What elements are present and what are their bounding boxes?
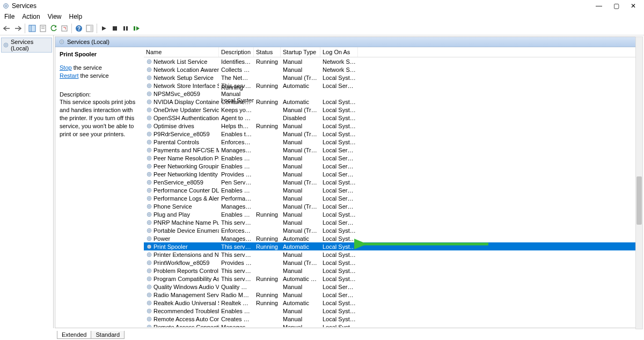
service-row[interactable]: PenService_e8059Pen ServiceManual (Trigg… bbox=[144, 178, 641, 186]
show-hide-tree-button[interactable] bbox=[27, 24, 37, 33]
service-row[interactable]: Print SpoolerThis service ..RunningAutom… bbox=[144, 242, 641, 250]
forward-button[interactable] bbox=[13, 24, 23, 33]
col-header-name[interactable]: Name bbox=[144, 47, 219, 57]
service-row[interactable]: Peer Networking GroupingEnables mul..Man… bbox=[144, 162, 641, 170]
col-header-startup[interactable]: Startup Type bbox=[281, 47, 320, 57]
maximize-button[interactable]: ▢ bbox=[608, 0, 625, 12]
service-row[interactable]: NPSMSvc_e8059RunningManualLocal System bbox=[144, 90, 641, 98]
minimize-button[interactable]: — bbox=[590, 0, 608, 12]
cell-description: Enforces par.. bbox=[219, 139, 254, 145]
gear-icon bbox=[146, 252, 152, 258]
cell-logon: Local System bbox=[320, 260, 358, 266]
service-row[interactable]: OpenSSH Authentication Ag..Agent to hol.… bbox=[144, 114, 641, 122]
cell-startup: Manual bbox=[281, 187, 320, 194]
service-row[interactable]: Program Compatibility Assis..This servic… bbox=[144, 275, 641, 283]
service-row[interactable]: Network Setup ServiceThe Network..Manual… bbox=[144, 73, 641, 82]
cell-startup: Manual bbox=[281, 195, 320, 202]
svg-point-59 bbox=[149, 205, 150, 207]
service-row[interactable]: NVIDIA Display Container LSContainer se.… bbox=[144, 98, 641, 106]
menu-help[interactable]: Help bbox=[69, 13, 83, 20]
service-row[interactable]: Phone ServiceManages th..Manual (Trigg..… bbox=[144, 202, 641, 210]
service-row[interactable]: P9RdrService_e8059Enables trig..Manual (… bbox=[144, 130, 641, 138]
service-row[interactable]: Quality Windows Audio Vid..Quality Win..… bbox=[144, 283, 641, 291]
service-row[interactable]: Performance Counter DLL H..Enables rem..… bbox=[144, 186, 641, 194]
service-row[interactable]: Network List ServiceIdentifies th..Runni… bbox=[144, 57, 641, 65]
service-row[interactable]: OneDrive Updater ServiceKeeps your ..Man… bbox=[144, 106, 641, 114]
service-row[interactable]: Realtek Audio Universal Serv..Realtek Au… bbox=[144, 299, 641, 307]
window-scrollbar[interactable] bbox=[635, 36, 643, 329]
service-row[interactable]: Peer Name Resolution Proto..Enables serv… bbox=[144, 154, 641, 162]
tabs: Extended Standard bbox=[54, 328, 644, 339]
cell-startup: Manual bbox=[281, 155, 320, 161]
restart-service-button[interactable] bbox=[131, 24, 141, 33]
service-row[interactable]: Plug and PlayEnables a co..RunningManual… bbox=[144, 210, 641, 218]
action-pane-button[interactable] bbox=[85, 24, 94, 33]
pause-service-button[interactable] bbox=[121, 24, 130, 33]
cell-logon: Local System bbox=[320, 211, 358, 218]
service-row[interactable]: Printer Extensions and Notifi..This serv… bbox=[144, 250, 641, 258]
service-row[interactable]: Peer Networking Identity M..Provides ide… bbox=[144, 170, 641, 178]
gear-icon bbox=[146, 139, 152, 145]
cell-startup: Automatic bbox=[281, 235, 320, 242]
cell-startup: Automatic (De.. bbox=[281, 276, 320, 282]
service-row[interactable]: Recommended Troubleshoo..Enables aut..Ma… bbox=[144, 307, 641, 315]
service-row[interactable]: Payments and NFC/SE Mana..Manages pa..Ma… bbox=[144, 146, 641, 154]
svg-point-83 bbox=[149, 302, 150, 304]
tab-standard[interactable]: Standard bbox=[91, 331, 125, 339]
scroll-thumb[interactable] bbox=[636, 176, 642, 225]
svg-point-85 bbox=[149, 310, 150, 312]
menu-file[interactable]: File bbox=[4, 13, 14, 20]
cell-name: P9RdrService_e8059 bbox=[153, 131, 210, 137]
service-row[interactable]: Radio Management ServiceRadio Mana..Runn… bbox=[144, 291, 641, 299]
start-service-button[interactable] bbox=[99, 24, 109, 33]
cell-startup: Manual bbox=[281, 308, 320, 314]
stop-service-link[interactable]: Stop bbox=[60, 64, 72, 71]
cell-description: Provides ide.. bbox=[219, 171, 254, 178]
service-row[interactable]: Portable Device Enumerator ..Enforces gr… bbox=[144, 226, 641, 234]
svg-point-73 bbox=[149, 262, 150, 263]
cell-description: Pen Service bbox=[219, 179, 254, 186]
gear-icon bbox=[146, 203, 152, 210]
cell-status: Running bbox=[254, 58, 281, 65]
gear-icon bbox=[146, 324, 152, 328]
service-row[interactable]: Problem Reports Control Pa..This service… bbox=[144, 267, 641, 275]
menu-view[interactable]: View bbox=[48, 13, 62, 20]
cell-logon: Local System bbox=[320, 243, 358, 250]
back-button[interactable] bbox=[2, 24, 12, 33]
service-row[interactable]: Remote Access Auto Connec..Creates a co.… bbox=[144, 315, 641, 323]
service-row[interactable]: PowerManages po..RunningAutomaticLocal S… bbox=[144, 234, 641, 242]
properties-button[interactable] bbox=[38, 24, 48, 33]
service-row[interactable]: Parental ControlsEnforces par..ManualLoc… bbox=[144, 138, 641, 146]
service-row[interactable]: PNRP Machine Name Public..This service .… bbox=[144, 218, 641, 226]
svg-point-63 bbox=[149, 221, 150, 223]
tab-extended[interactable]: Extended bbox=[57, 331, 91, 339]
cell-description: Helps the co.. bbox=[219, 123, 254, 129]
col-header-logon[interactable]: Log On As bbox=[320, 47, 358, 57]
col-header-status[interactable]: Status bbox=[254, 47, 281, 57]
cell-logon: Local System bbox=[320, 75, 358, 81]
menu-action[interactable]: Action bbox=[22, 13, 40, 20]
stop-service-button[interactable] bbox=[110, 24, 120, 33]
export-button[interactable] bbox=[60, 24, 69, 33]
col-header-description[interactable]: Description bbox=[219, 47, 254, 57]
service-row[interactable]: Performance Logs & AlertsPerformance..Ma… bbox=[144, 194, 641, 202]
refresh-button[interactable] bbox=[49, 24, 58, 33]
svg-rect-14 bbox=[113, 26, 117, 31]
service-row[interactable]: Optimise drivesHelps the co..RunningManu… bbox=[144, 122, 641, 130]
tree-root-item[interactable]: Services (Local) bbox=[1, 38, 52, 53]
cell-name: Peer Name Resolution Proto.. bbox=[153, 155, 219, 161]
cell-logon: Local Service bbox=[320, 203, 358, 210]
service-row[interactable]: Network Location AwarenessCollects and .… bbox=[144, 65, 641, 73]
cell-startup: Manual bbox=[281, 163, 320, 169]
tree-root-label: Services (Local) bbox=[11, 39, 50, 51]
svg-point-65 bbox=[149, 230, 150, 231]
gear-icon bbox=[146, 115, 152, 121]
cell-startup: Manual bbox=[281, 292, 320, 298]
svg-point-29 bbox=[149, 85, 150, 86]
svg-point-45 bbox=[149, 149, 150, 151]
help-button[interactable]: ? bbox=[74, 24, 84, 33]
service-row[interactable]: Remote Access Connection ..Manages di..M… bbox=[144, 323, 641, 327]
service-row[interactable]: PrintWorkflow_e8059Provides sup..Manual … bbox=[144, 258, 641, 267]
close-button[interactable]: ✕ bbox=[625, 0, 642, 12]
restart-service-link[interactable]: Restart bbox=[60, 72, 78, 79]
